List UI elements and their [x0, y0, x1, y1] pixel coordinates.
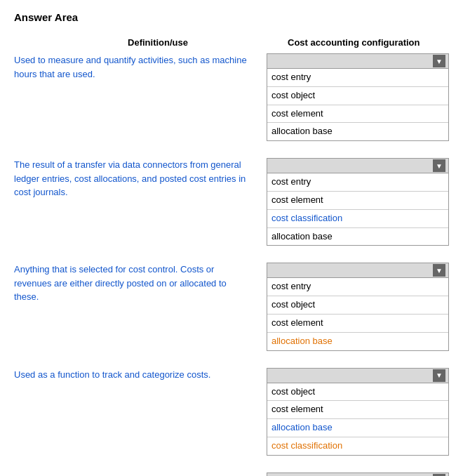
- column-definition-header: Definition/use: [14, 37, 281, 48]
- dropdown-header-4[interactable]: ▼: [267, 368, 449, 383]
- dropdown-container-3: ▼cost entrycost objectcost elementalloca…: [267, 263, 449, 350]
- dropdown-item-3-2[interactable]: cost object: [267, 296, 448, 315]
- dropdown-header-1[interactable]: ▼: [267, 53, 449, 69]
- dropdown-list-1: cost entrycost objectcost elementallocat…: [267, 69, 449, 141]
- dropdown-item-4-1[interactable]: cost object: [267, 383, 448, 402]
- column-headers: Definition/use Cost accounting configura…: [14, 37, 449, 48]
- dropdown-container-5: ▼cost entrycost elementallocation baseco…: [267, 472, 449, 476]
- dropdown-item-3-4[interactable]: allocation base: [267, 333, 448, 350]
- dropdown-item-4-2[interactable]: cost element: [267, 401, 448, 419]
- definition-2: The result of a transfer via data connec…: [14, 158, 267, 199]
- dropdown-arrow-4[interactable]: ▼: [433, 369, 445, 382]
- dropdown-item-2-4[interactable]: allocation base: [267, 228, 448, 246]
- dropdown-item-3-3[interactable]: cost element: [267, 315, 448, 333]
- dropdown-container-2: ▼cost entrycost elementcost classificati…: [267, 158, 449, 246]
- dropdown-container-4: ▼cost objectcost elementallocation basec…: [267, 368, 449, 456]
- dropdown-container-1: ▼cost entrycost objectcost elementalloca…: [267, 53, 449, 141]
- dropdown-list-4: cost objectcost elementallocation baseco…: [267, 383, 449, 456]
- row-4: Used as a function to track and categori…: [14, 368, 449, 456]
- dropdown-list-2: cost entrycost elementcost classificatio…: [267, 173, 449, 246]
- dropdown-item-1-1[interactable]: cost entry: [267, 69, 448, 87]
- dropdown-item-1-2[interactable]: cost object: [267, 87, 448, 105]
- rows-container: Used to measure and quantify activities,…: [14, 53, 449, 476]
- dropdown-arrow-1[interactable]: ▼: [433, 55, 445, 67]
- dropdown-item-2-1[interactable]: cost entry: [267, 173, 448, 192]
- dropdown-list-3: cost entrycost objectcost elementallocat…: [267, 278, 449, 350]
- row-2: The result of a transfer via data connec…: [14, 158, 449, 246]
- definition-5: Groups costs according to their shared c…: [14, 472, 267, 476]
- answer-area: Definition/use Cost accounting configura…: [14, 37, 449, 476]
- dropdown-arrow-2[interactable]: ▼: [433, 159, 445, 172]
- row-3: Anything that is selected for cost contr…: [14, 263, 449, 350]
- definition-4: Used as a function to track and categori…: [14, 368, 267, 382]
- dropdown-arrow-3[interactable]: ▼: [433, 264, 445, 277]
- dropdown-header-5[interactable]: ▼: [267, 472, 449, 476]
- page-title: Answer Area: [14, 11, 449, 23]
- definition-1: Used to measure and quantify activities,…: [14, 53, 267, 81]
- row-1: Used to measure and quantify activities,…: [14, 53, 449, 141]
- dropdown-item-1-4[interactable]: allocation base: [267, 123, 448, 140]
- dropdown-item-1-3[interactable]: cost element: [267, 105, 448, 124]
- dropdown-header-2[interactable]: ▼: [267, 158, 449, 173]
- dropdown-item-4-3[interactable]: allocation base: [267, 419, 448, 437]
- dropdown-header-3[interactable]: ▼: [267, 263, 449, 278]
- row-5: Groups costs according to their shared c…: [14, 472, 449, 476]
- dropdown-item-3-1[interactable]: cost entry: [267, 278, 448, 296]
- column-config-header: Cost accounting configuration: [281, 37, 449, 48]
- dropdown-item-4-4[interactable]: cost classification: [267, 437, 448, 455]
- definition-3: Anything that is selected for cost contr…: [14, 263, 267, 304]
- dropdown-item-2-3[interactable]: cost classification: [267, 210, 448, 228]
- dropdown-item-2-2[interactable]: cost element: [267, 192, 448, 210]
